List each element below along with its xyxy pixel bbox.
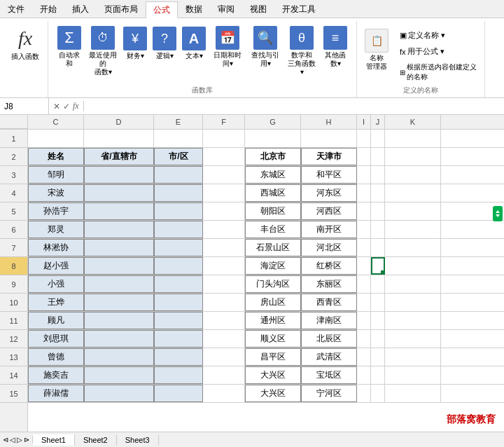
cell-j15[interactable] <box>371 385 385 402</box>
name-manager-button[interactable]: 📋 名称管理器 <box>361 27 392 73</box>
cell-g7[interactable]: 石景山区 <box>245 239 301 256</box>
cell-c1[interactable] <box>28 130 84 147</box>
cell-c3[interactable]: 邹明 <box>28 166 84 184</box>
cell-g4[interactable]: 西城区 <box>245 184 301 202</box>
cell-j9[interactable] <box>371 275 385 293</box>
cell-h9[interactable]: 东丽区 <box>301 275 357 293</box>
cell-f4[interactable] <box>203 184 245 202</box>
cell-c9[interactable]: 小强 <box>28 275 84 293</box>
cell-f9[interactable] <box>203 275 245 293</box>
cell-j5[interactable] <box>371 202 385 220</box>
cell-c7[interactable]: 林淞协 <box>28 239 84 256</box>
cell-h1[interactable] <box>301 130 357 147</box>
cell-j8[interactable] <box>371 257 385 275</box>
cell-j1[interactable] <box>371 130 385 147</box>
cell-i15[interactable] <box>357 385 371 402</box>
cell-d14[interactable] <box>84 366 154 384</box>
tab-layout[interactable]: 页面布局 <box>97 1 146 18</box>
cell-k15[interactable] <box>385 385 441 402</box>
cell-f5[interactable] <box>203 202 245 220</box>
cell-g15[interactable]: 大兴区 <box>245 385 301 402</box>
cell-h2[interactable]: 天津市 <box>301 148 357 165</box>
cell-i6[interactable] <box>357 221 371 238</box>
cell-j11[interactable] <box>371 312 385 329</box>
row-header-13[interactable]: 13 <box>0 348 27 366</box>
cell-e7[interactable] <box>154 239 203 256</box>
cell-f8[interactable] <box>203 257 245 275</box>
row-header-7[interactable]: 7 <box>0 239 27 257</box>
autosum-button[interactable]: Σ 自动求和 <box>54 24 85 70</box>
cell-k6[interactable] <box>385 221 441 238</box>
cell-f7[interactable] <box>203 239 245 256</box>
cell-d13[interactable] <box>84 348 154 366</box>
cell-j2[interactable] <box>371 148 385 165</box>
cell-f14[interactable] <box>203 366 245 384</box>
col-header-j[interactable]: J <box>371 115 385 129</box>
cell-d11[interactable] <box>84 312 154 329</box>
use-in-formula-button[interactable]: fx 用于公式 ▾ <box>396 44 480 59</box>
row-header-2[interactable]: 2 <box>0 148 27 166</box>
cell-h5[interactable]: 河西区 <box>301 202 357 220</box>
row-header-12[interactable]: 12 <box>0 330 27 348</box>
finance-button[interactable]: ¥ 财务▾ <box>121 24 149 63</box>
cell-i7[interactable] <box>357 239 371 256</box>
cell-h3[interactable]: 和平区 <box>301 166 357 184</box>
recently-used-button[interactable]: ⏱ 最近使用的函数▾ <box>86 24 120 78</box>
cell-k4[interactable] <box>385 184 441 202</box>
cell-i11[interactable] <box>357 312 371 329</box>
cell-h15[interactable]: 宁河区 <box>301 385 357 402</box>
other-fn-button[interactable]: ≡ 其他函数▾ <box>320 24 351 70</box>
math-button[interactable]: θ 数学和三角函数▾ <box>285 24 318 78</box>
cell-i1[interactable] <box>357 130 371 147</box>
cell-j13[interactable] <box>371 348 385 366</box>
cell-e9[interactable] <box>154 275 203 293</box>
col-header-k[interactable]: K <box>385 115 441 129</box>
cell-c6[interactable]: 郑灵 <box>28 221 84 238</box>
cell-g12[interactable]: 顺义区 <box>245 330 301 348</box>
cell-h14[interactable]: 宝坻区 <box>301 366 357 384</box>
define-name-button[interactable]: ▣ 定义名称 ▾ <box>396 28 480 43</box>
row-header-9[interactable]: 9 <box>0 275 27 294</box>
cell-i12[interactable] <box>357 330 371 348</box>
cell-i5[interactable] <box>357 202 371 220</box>
cell-k13[interactable] <box>385 348 441 366</box>
cell-d6[interactable] <box>84 221 154 238</box>
cell-h4[interactable]: 河东区 <box>301 184 357 202</box>
cell-e13[interactable] <box>154 348 203 366</box>
cell-j12[interactable] <box>371 330 385 348</box>
cell-i3[interactable] <box>357 166 371 184</box>
tab-view[interactable]: 视图 <box>242 1 274 18</box>
cell-k9[interactable] <box>385 275 441 293</box>
text-button[interactable]: A 文本▾ <box>180 24 208 63</box>
tab-formula[interactable]: 公式 <box>146 1 178 18</box>
row-header-11[interactable]: 11 <box>0 312 27 330</box>
cell-i8[interactable] <box>357 257 371 275</box>
cell-j4[interactable] <box>371 184 385 202</box>
cell-c4[interactable]: 宋波 <box>28 184 84 202</box>
cell-i10[interactable] <box>357 294 371 311</box>
cell-d8[interactable] <box>84 257 154 275</box>
cell-d12[interactable] <box>84 330 154 348</box>
cell-g6[interactable]: 丰台区 <box>245 221 301 238</box>
cell-c8[interactable]: 赵小强 <box>28 257 84 275</box>
sheet-nav-next[interactable]: ▷ <box>17 436 22 443</box>
cell-e4[interactable] <box>154 184 203 202</box>
cell-e15[interactable] <box>154 385 203 402</box>
cell-g10[interactable]: 房山区 <box>245 294 301 311</box>
cell-reference[interactable]: J8 <box>0 98 49 114</box>
cell-h7[interactable]: 河北区 <box>301 239 357 256</box>
cell-g11[interactable]: 通州区 <box>245 312 301 329</box>
cell-c5[interactable]: 孙浩宇 <box>28 202 84 220</box>
cell-f10[interactable] <box>203 294 245 311</box>
insert-function-button[interactable]: fx 插入函数 <box>8 24 42 63</box>
logic-button[interactable]: ? 逻辑▾ <box>150 24 178 63</box>
cell-e3[interactable] <box>154 166 203 184</box>
col-header-c[interactable]: C <box>28 115 84 129</box>
cell-g5[interactable]: 朝阳区 <box>245 202 301 220</box>
row-header-10[interactable]: 10 <box>0 294 27 312</box>
cell-d2[interactable]: 省/直辖市 <box>84 148 154 165</box>
formula-input[interactable] <box>84 102 504 111</box>
cell-c11[interactable]: 顾凡 <box>28 312 84 329</box>
tab-data[interactable]: 数据 <box>178 1 210 18</box>
cell-e6[interactable] <box>154 221 203 238</box>
